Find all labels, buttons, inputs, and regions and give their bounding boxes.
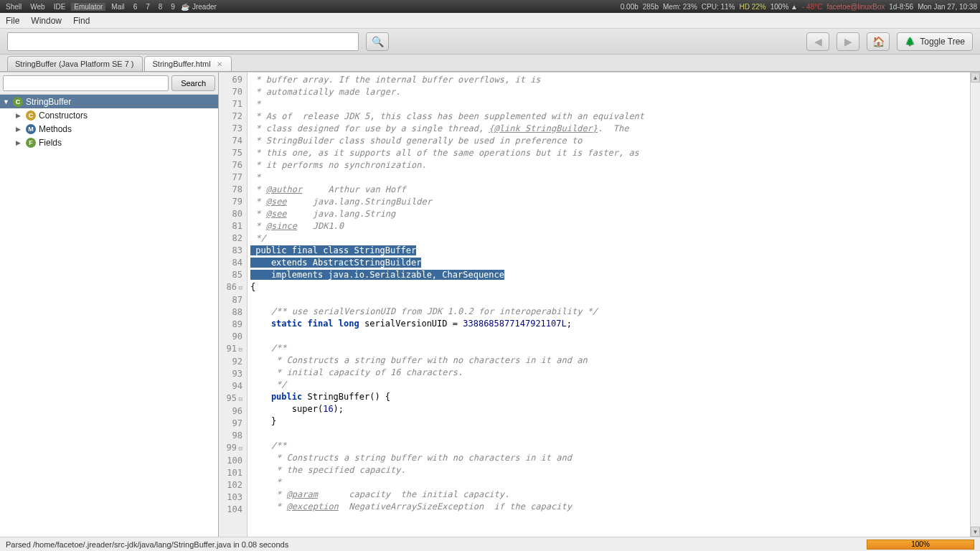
java-icon: ☕ bbox=[181, 3, 189, 11]
cpu-usage: CPU: 11% bbox=[702, 3, 735, 11]
menu-window[interactable]: Window bbox=[31, 16, 62, 26]
toolbar: 🔍 ◀ ▶ 🏠 🌲 Toggle Tree bbox=[0, 29, 980, 55]
chevron-right-icon: ▶ bbox=[16, 139, 23, 146]
search-icon: 🔍 bbox=[372, 36, 384, 47]
toggle-tree-button[interactable]: 🌲 Toggle Tree bbox=[897, 32, 973, 51]
home-icon: 🏠 bbox=[872, 36, 885, 47]
tree-search-button[interactable]: Search bbox=[171, 75, 215, 91]
taskbar-item[interactable]: Shell bbox=[3, 3, 24, 11]
active-app-name: Jreader bbox=[192, 3, 217, 11]
tree-root[interactable]: ▼ C StringBuffer bbox=[0, 95, 218, 108]
tree-label: Methods bbox=[39, 124, 72, 134]
method-icon: M bbox=[26, 124, 36, 134]
taskbar-item[interactable]: Mail bbox=[108, 3, 127, 11]
doc-tab-label: StringBuffer.html bbox=[152, 60, 210, 68]
tree-item-constructors[interactable]: ▶ C Constructors bbox=[0, 108, 218, 122]
menu-file[interactable]: File bbox=[6, 16, 19, 26]
taskbar-item[interactable]: Emulator bbox=[71, 3, 105, 11]
mem-usage: Mem: 23% bbox=[663, 3, 697, 11]
close-icon[interactable]: ✕ bbox=[217, 60, 222, 68]
status-bar: Parsed /home/facetoe/.jreader/src-jdk/ja… bbox=[0, 537, 980, 551]
side-panel: Search ▼ C StringBuffer ▶ C Constructors… bbox=[0, 72, 219, 537]
code-area[interactable]: * buffer array. If the internal buffer o… bbox=[248, 72, 970, 537]
document-tabs: StringBuffer (Java Platform SE 7 ) Strin… bbox=[0, 55, 980, 72]
menubar: File Window Find bbox=[0, 13, 980, 29]
class-icon: C bbox=[13, 97, 23, 107]
vertical-scrollbar[interactable]: ▲ ▼ bbox=[970, 72, 980, 537]
toggle-tree-label: Toggle Tree bbox=[920, 37, 965, 47]
tree-search-input[interactable] bbox=[3, 75, 169, 91]
global-search-input[interactable] bbox=[7, 32, 359, 51]
chevron-right-icon: ▶ bbox=[16, 112, 23, 119]
taskbar-item[interactable]: 6 bbox=[131, 3, 141, 11]
arrow-right-icon: ▶ bbox=[844, 36, 852, 47]
forward-button[interactable]: ▶ bbox=[837, 32, 859, 51]
tree-item-fields[interactable]: ▶ F Fields bbox=[0, 136, 218, 149]
tree-label: Fields bbox=[39, 138, 62, 148]
tree-label: StringBuffer bbox=[26, 97, 71, 107]
class-tree: ▼ C StringBuffer ▶ C Constructors ▶ M Me… bbox=[0, 95, 218, 537]
taskbar-item[interactable]: 8 bbox=[156, 3, 166, 11]
temperature: - 48°C bbox=[802, 3, 822, 11]
doc-tab-label: StringBuffer (Java Platform SE 7 ) bbox=[15, 60, 133, 68]
back-button[interactable]: ◀ bbox=[806, 32, 829, 51]
field-icon: F bbox=[26, 138, 36, 148]
net-up: 285b bbox=[643, 3, 659, 11]
uptime: 1d-8:56 bbox=[889, 3, 913, 11]
home-button[interactable]: 🏠 bbox=[867, 32, 890, 51]
tree-label: Constructors bbox=[39, 110, 88, 121]
battery: 100% ▲ bbox=[771, 3, 798, 11]
doc-tab[interactable]: StringBuffer (Java Platform SE 7 ) bbox=[7, 56, 143, 71]
tree-item-methods[interactable]: ▶ M Methods bbox=[0, 122, 218, 136]
taskbar-item[interactable]: 9 bbox=[168, 3, 178, 11]
scroll-up-icon[interactable]: ▲ bbox=[971, 72, 980, 83]
progress-bar: 100% bbox=[867, 540, 974, 550]
scroll-down-icon[interactable]: ▼ bbox=[971, 527, 980, 537]
taskbar-item[interactable]: 7 bbox=[143, 3, 153, 11]
net-down: 0.00b bbox=[621, 3, 639, 11]
search-button[interactable]: 🔍 bbox=[366, 32, 389, 51]
chevron-down-icon: ▼ bbox=[3, 98, 10, 105]
doc-tab[interactable]: StringBuffer.html ✕ bbox=[144, 56, 231, 71]
code-editor[interactable]: 69 70 71 72 73 74 75 76 77 78 79 80 81 8… bbox=[219, 72, 980, 537]
hd-usage: HD 22% bbox=[740, 3, 766, 11]
system-taskbar: Shell Web IDE Emulator Mail 6 7 8 9 ☕ Jr… bbox=[0, 0, 980, 13]
chevron-right-icon: ▶ bbox=[16, 126, 23, 133]
line-gutter: 69 70 71 72 73 74 75 76 77 78 79 80 81 8… bbox=[219, 72, 248, 537]
user-host: facetoe@linuxBox bbox=[826, 3, 885, 11]
menu-find[interactable]: Find bbox=[73, 16, 90, 26]
constructor-icon: C bbox=[26, 110, 36, 121]
arrow-left-icon: ◀ bbox=[814, 36, 822, 47]
tree-icon: 🌲 bbox=[905, 37, 915, 47]
status-text: Parsed /home/facetoe/.jreader/src-jdk/ja… bbox=[6, 540, 288, 549]
datetime: Mon Jan 27, 10:38 bbox=[918, 3, 977, 11]
taskbar-item[interactable]: Web bbox=[27, 3, 47, 11]
taskbar-item[interactable]: IDE bbox=[51, 3, 69, 11]
